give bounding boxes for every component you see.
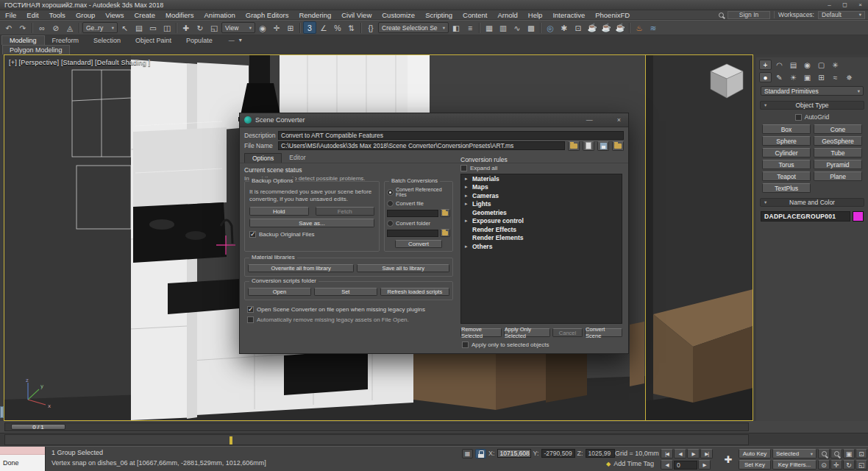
- menu-file[interactable]: File: [0, 11, 21, 19]
- primitive-textplus-button[interactable]: TextPlus: [762, 183, 811, 193]
- browse-folder-icon[interactable]: [568, 141, 580, 151]
- tree-item-maps[interactable]: ▸Maps: [461, 183, 622, 192]
- use-pivot-center-icon[interactable]: ◉: [256, 21, 269, 34]
- scene-explorer-icon[interactable]: ▥: [497, 21, 510, 34]
- tab-polygon-modeling[interactable]: Polygon Modeling: [2, 45, 70, 54]
- auto-remove-checkbox[interactable]: [247, 316, 254, 323]
- menu-customize[interactable]: Customize: [377, 11, 420, 19]
- pan-view-icon[interactable]: ✛: [830, 460, 842, 470]
- render-iterative-icon[interactable]: ☕: [600, 21, 613, 34]
- mirror-icon[interactable]: ◧: [449, 21, 463, 34]
- primitive-plane-button[interactable]: Plane: [814, 171, 862, 181]
- select-and-link-icon[interactable]: ∞: [35, 21, 49, 34]
- go-to-end-icon[interactable]: ▶|: [700, 449, 713, 458]
- time-slider-track[interactable]: 0 / 1: [4, 422, 749, 431]
- convert-folder-path-input[interactable]: [387, 230, 438, 237]
- phoenixfd-fire-icon[interactable]: ♨: [633, 21, 646, 34]
- select-and-scale-icon[interactable]: ◱: [207, 21, 221, 34]
- overwrite-library-button[interactable]: Overwrite all from library: [248, 264, 354, 272]
- tree-item-geometries[interactable]: Geometries: [461, 208, 622, 217]
- tree-item-render-effects[interactable]: Render Effects: [461, 225, 622, 234]
- spinner-snap-icon[interactable]: ⇅: [345, 21, 358, 34]
- primitive-category-dropdown[interactable]: Standard Primitives ▾: [761, 86, 864, 96]
- key-mode-toggle-icon[interactable]: ✚: [721, 450, 736, 469]
- set-button[interactable]: Set: [314, 288, 377, 296]
- secondary-viewport[interactable]: [645, 55, 753, 420]
- menu-graph-editors[interactable]: Graph Editors: [241, 11, 294, 19]
- autogrid-checkbox[interactable]: [795, 114, 802, 121]
- percent-snap-icon[interactable]: %: [331, 21, 344, 34]
- menu-civil-view[interactable]: Civil View: [336, 11, 377, 19]
- macro-recorder-strip[interactable]: [0, 447, 45, 455]
- select-by-name-icon[interactable]: ▤: [132, 21, 146, 34]
- tree-item-others[interactable]: ▸Others: [461, 242, 622, 251]
- ribbon-tab-modeling[interactable]: Modeling: [1, 35, 45, 45]
- primitive-cylinder-button[interactable]: Cylinder: [762, 148, 811, 157]
- convert-referenced-radio[interactable]: [387, 189, 394, 196]
- expand-arrow-icon[interactable]: ▸: [465, 176, 470, 182]
- auto-key-button[interactable]: Auto Key: [739, 449, 771, 458]
- search-icon[interactable]: [719, 13, 724, 18]
- tab-options[interactable]: Options: [244, 153, 282, 163]
- hold-button[interactable]: Hold: [249, 207, 309, 216]
- hierarchy-tab-icon[interactable]: ▤: [787, 60, 800, 70]
- save-library-button[interactable]: Save all to library: [357, 264, 449, 272]
- play-animation-icon[interactable]: ▶: [687, 449, 700, 458]
- convert-file-radio[interactable]: [387, 200, 394, 207]
- convert-folder-radio[interactable]: [387, 220, 394, 227]
- ribbon-tab-object-paint[interactable]: Object Paint: [128, 35, 179, 45]
- backup-original-checkbox[interactable]: [249, 231, 256, 238]
- tab-editor[interactable]: Editor: [282, 153, 313, 163]
- browse-folder-folder-icon[interactable]: [440, 229, 450, 237]
- primitive-tube-button[interactable]: Tube: [814, 148, 862, 157]
- menu-interactive[interactable]: Interactive: [547, 11, 590, 19]
- zoom-all-icon[interactable]: [830, 449, 842, 458]
- dialog-minimize-icon[interactable]: —: [586, 116, 593, 124]
- keyframe-marker[interactable]: [230, 436, 232, 445]
- menu-edit[interactable]: Edit: [21, 11, 43, 19]
- curve-editor-icon[interactable]: ∿: [511, 21, 524, 34]
- tree-item-lights[interactable]: ▸Lights: [461, 200, 622, 209]
- ribbon-tab-selection[interactable]: Selection: [86, 35, 128, 45]
- x-coordinate-field[interactable]: 10715,608: [497, 449, 531, 458]
- save-as-button[interactable]: Save as...: [249, 219, 374, 227]
- workspace-dropdown[interactable]: Default ▾: [818, 11, 865, 19]
- isolate-selection-icon[interactable]: ▦: [462, 449, 473, 458]
- primitive-geosphere-button[interactable]: GeoSphere: [814, 136, 862, 146]
- primitive-pyramid-button[interactable]: Pyramid: [814, 160, 862, 169]
- description-input[interactable]: [278, 131, 624, 140]
- menu-animation[interactable]: Animation: [199, 11, 241, 19]
- convert-button[interactable]: Convert: [395, 240, 442, 248]
- ribbon-tab-freeform[interactable]: Freeform: [45, 35, 87, 45]
- tree-item-materials[interactable]: ▸Materials: [461, 174, 622, 183]
- open-button[interactable]: Open: [248, 288, 311, 296]
- maxscript-mini-listener[interactable]: Done: [0, 447, 46, 471]
- zoom-region-icon[interactable]: ⊡: [855, 449, 867, 458]
- selected-set-dropdown[interactable]: Selected ▾: [772, 449, 817, 458]
- previous-key-icon[interactable]: ◀: [661, 460, 673, 470]
- cancel-button[interactable]: Cancel: [552, 328, 583, 337]
- selection-filter-dropdown[interactable]: Ge..ry ▾: [82, 22, 118, 33]
- shapes-category-icon[interactable]: ✎: [773, 72, 786, 82]
- select-and-rotate-icon[interactable]: ↻: [193, 21, 207, 34]
- viewport-layout-tab-icon[interactable]: [0, 406, 4, 418]
- undo-icon[interactable]: ↶: [2, 21, 15, 34]
- time-slider-handle[interactable]: 0 / 1: [11, 424, 65, 430]
- name-and-color-rollout[interactable]: ▾ Name and Color: [760, 198, 864, 207]
- reference-coordinate-dropdown[interactable]: View ▾: [221, 22, 255, 33]
- menu-tools[interactable]: Tools: [44, 11, 71, 19]
- render-production-icon[interactable]: ☕: [586, 21, 599, 34]
- object-name-field[interactable]: DADPLACEGROUP001: [761, 211, 850, 222]
- menu-group[interactable]: Group: [71, 11, 100, 19]
- select-and-move-icon[interactable]: ✚: [179, 21, 193, 34]
- browse-file-folder-icon[interactable]: [440, 209, 450, 217]
- minimize-icon[interactable]: –: [822, 0, 837, 10]
- helpers-category-icon[interactable]: ⊞: [815, 72, 828, 82]
- menu-help[interactable]: Help: [523, 11, 548, 19]
- dialog-title-bar[interactable]: Scene Converter — ×: [240, 113, 628, 127]
- previous-frame-icon[interactable]: ◀: [674, 449, 686, 458]
- viewport-label[interactable]: [+] [Perspective] [Standard] [Default Sh…: [9, 59, 150, 66]
- ribbon-tab-populate[interactable]: Populate: [179, 35, 220, 45]
- primitive-torus-button[interactable]: Torus: [762, 160, 811, 169]
- restore-icon[interactable]: ◻: [837, 0, 853, 10]
